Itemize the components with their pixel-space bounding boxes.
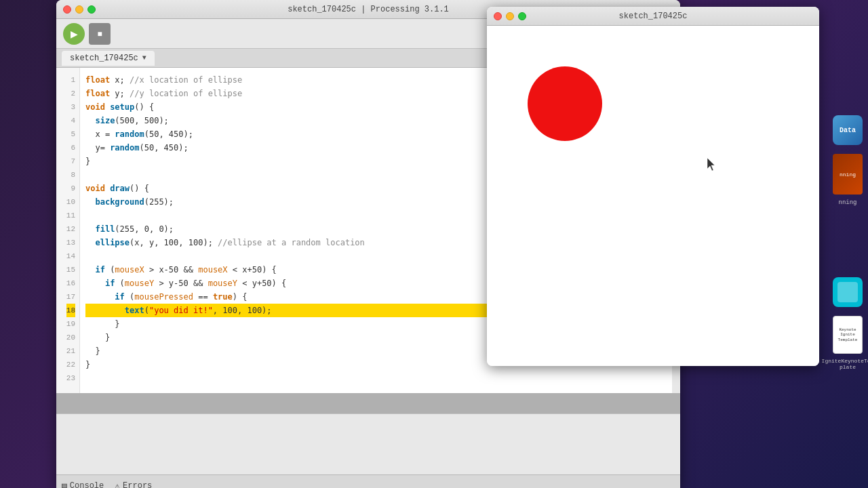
preview-window: sketch_170425c [487,7,819,366]
stop-button[interactable]: ■ [89,23,111,45]
tab-label: sketch_170425c [70,54,138,63]
play-button[interactable]: ▶ [63,23,85,45]
errors-icon: ⚠ [115,481,120,489]
sidebar-icon-data[interactable]: Data [833,115,863,145]
preview-maximize-button[interactable] [518,12,526,20]
minimize-button[interactable] [75,5,83,14]
preview-title: sketch_170425c [619,12,688,21]
line-numbers: 1 2 3 4 5 6 7 8 9 10 11 12 13 14 15 16 1… [56,68,80,393]
close-button[interactable] [63,5,71,14]
sidebar-label-nning: nning [838,199,856,206]
right-sidebar: Data nning nning Keynote Ignite Template… [827,0,868,488]
sidebar-label-template: IgniteKeynoteTemplate [822,359,868,371]
mouse-cursor [707,158,718,171]
console-icon: ▤ [62,481,67,489]
sketch-tab[interactable]: sketch_170425c ▼ [62,51,155,66]
highlighted-line-number: 18 [66,304,75,317]
errors-tab[interactable]: ⚠ Errors [115,481,152,489]
sidebar-icon-cyan[interactable] [833,277,863,307]
sidebar-icon-image1[interactable]: nning [833,154,863,195]
red-circle [528,66,602,141]
preview-close-button[interactable] [494,12,502,20]
preview-titlebar: sketch_170425c [487,7,819,26]
code-line-23 [85,371,675,385]
preview-minimize-button[interactable] [506,12,514,20]
preview-canvas[interactable] [487,26,819,366]
window-controls [63,5,96,14]
tab-dropdown-arrow[interactable]: ▼ [142,54,146,62]
gray-separator [56,393,680,413]
preview-window-controls [494,12,526,20]
console-tab-label: Console [70,481,104,489]
maximize-button[interactable] [87,5,96,14]
errors-tab-label: Errors [123,481,152,489]
sidebar-icon-template[interactable]: Keynote Ignite Template [833,316,863,354]
ide-title: sketch_170425c | Processing 3.1.1 [288,5,449,14]
console-area [56,413,680,474]
bottom-tab-bar: ▤ Console ⚠ Errors [56,474,680,488]
console-tab[interactable]: ▤ Console [62,481,104,489]
